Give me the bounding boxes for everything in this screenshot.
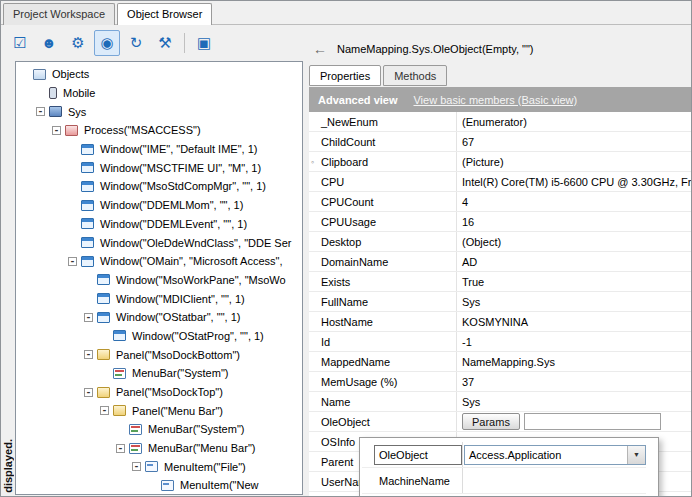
menuitem-icon (145, 461, 158, 472)
object-tree[interactable]: ObjectsMobile-Sys-Process("MSACCESS")Win… (15, 61, 303, 495)
property-name-label: Parent (321, 456, 353, 468)
tree-item[interactable]: MenuItem("New (16, 476, 302, 495)
property-name: DomainName (309, 252, 457, 271)
object-header: ← NameMapping.Sys.OleObject(Empty, "") (313, 41, 534, 57)
tree-item[interactable]: Window("DDEMLMom", "", 1) (16, 196, 302, 215)
expander-minus-icon[interactable]: - (52, 126, 61, 135)
property-row[interactable]: CPUCount4 (309, 192, 691, 212)
popup-row[interactable]: MachineName (362, 468, 646, 494)
property-name: FullName (309, 292, 457, 311)
expander-minus-icon[interactable]: - (68, 257, 77, 266)
property-value: Params (457, 412, 691, 431)
property-row[interactable]: MappedNameNameMapping.Sys (309, 352, 691, 372)
view-mode-title: Advanced view (318, 94, 397, 106)
property-row[interactable]: FullNameSys (309, 292, 691, 312)
tree-item-label: Panel("MsoDockBottom") (114, 349, 240, 361)
property-row[interactable]: CPUUsage16 (309, 212, 691, 232)
expander-minus-icon[interactable]: - (100, 406, 109, 415)
tools-icon[interactable]: ⚒ (152, 30, 178, 56)
panel-view-icon[interactable]: ▣ (191, 30, 217, 56)
toolbar: ☑☻⚙◉↻⚒▣ (3, 27, 221, 58)
tree-item[interactable]: Window("IME", "Default IME", 1) (16, 140, 302, 159)
tree-item-label: Sys (66, 106, 86, 118)
value-combobox[interactable]: Access.Application▼ (464, 445, 646, 465)
expander-minus-icon[interactable]: - (116, 444, 125, 453)
checked-window-icon[interactable]: ☑ (7, 30, 33, 56)
basic-view-link[interactable]: View basic members (Basic view) (413, 94, 577, 106)
expander-minus-icon[interactable]: - (84, 313, 93, 322)
expander-minus-icon[interactable]: - (84, 388, 93, 397)
gear-icon[interactable]: ⚙ (65, 30, 91, 56)
tree-item[interactable]: Mobile (16, 84, 302, 103)
window-icon (81, 144, 94, 155)
property-value: 37 (457, 372, 691, 391)
params-button[interactable]: Params (462, 413, 520, 430)
dropdown-arrow-icon[interactable]: ▼ (627, 446, 645, 464)
back-icon[interactable]: ← (313, 41, 327, 57)
property-row[interactable]: OleObjectParams (309, 412, 691, 432)
tree-item[interactable]: Window("MsoWorkPane", "MsoWo (16, 271, 302, 290)
property-name-label: CPUCount (321, 196, 374, 208)
tree-item[interactable]: Window("DDEMLEvent", "", 1) (16, 215, 302, 234)
value-editor[interactable] (524, 413, 661, 430)
highlight-object-icon[interactable]: ◉ (94, 30, 120, 56)
tab-project-workspace[interactable]: Project Workspace (3, 3, 115, 25)
tree-item-label: Window("OStatProg", "", 1) (130, 330, 264, 342)
tree-item[interactable]: -Process("MSACCESS") (16, 121, 302, 140)
property-name-label: HostName (321, 316, 373, 328)
tree-item[interactable]: -Panel("MsoDockTop") (16, 383, 302, 402)
panel-icon (97, 387, 110, 398)
tree-item[interactable]: -Panel("MsoDockBottom") (16, 345, 302, 364)
tree-item-label: Window("OStatbar", "", 1) (114, 311, 240, 323)
users-settings-icon[interactable]: ☻ (36, 30, 62, 56)
tree-item[interactable]: Window("MDIClient", "", 1) (16, 289, 302, 308)
property-row[interactable]: ExistsTrue (309, 272, 691, 292)
property-value: True (457, 272, 691, 291)
property-row[interactable]: NameSys (309, 392, 691, 412)
property-name: HostName (309, 312, 457, 331)
expander-minus-icon[interactable]: - (36, 107, 45, 116)
popup-row[interactable]: OleObjectAccess.Application▼ (362, 442, 646, 468)
mobile-icon (49, 87, 57, 99)
property-value: Sys (457, 292, 691, 311)
property-name-label: _NewEnum (321, 116, 378, 128)
expander-minus-icon[interactable]: - (84, 350, 93, 359)
tree-item[interactable]: Window("OleDdeWndClass", "DDE Ser (16, 233, 302, 252)
refresh-icon[interactable]: ↻ (123, 30, 149, 56)
property-value: 4 (457, 192, 691, 211)
property-row[interactable]: CPUIntel(R) Core(TM) i5-6600 CPU @ 3.30G… (309, 172, 691, 192)
tree-item[interactable]: MenuBar("System") (16, 364, 302, 383)
property-row[interactable]: DomainNameAD (309, 252, 691, 272)
tree-item[interactable]: Window("MSCTFIME UI", "M", 1) (16, 158, 302, 177)
property-name-label: Clipboard (321, 156, 368, 168)
tree-item[interactable]: Objects (16, 65, 302, 84)
tree-item[interactable]: MenuBar("System") (16, 420, 302, 439)
property-name: ChildCount (309, 132, 457, 151)
property-row[interactable]: ChildCount67 (309, 132, 691, 152)
property-row[interactable]: HostNameKOSMYNINA (309, 312, 691, 332)
tree-item[interactable]: -MenuItem("File") (16, 457, 302, 476)
tab-properties[interactable]: Properties (309, 65, 381, 86)
object-path-title: NameMapping.Sys.OleObject(Empty, "") (337, 43, 534, 55)
property-row[interactable]: ◦Clipboard(Picture) (309, 152, 691, 172)
property-name-label: MappedName (321, 356, 390, 368)
panel-icon (113, 405, 126, 416)
tree-item[interactable]: Window("MsoStdCompMgr", "", 1) (16, 177, 302, 196)
expander-minus-icon[interactable]: - (132, 462, 141, 471)
tree-item[interactable]: -Window("OStatbar", "", 1) (16, 308, 302, 327)
tree-item-label: Window("IME", "Default IME", 1) (98, 143, 257, 155)
tree-item[interactable]: -MenuBar("Menu Bar") (16, 439, 302, 458)
property-row[interactable]: MemUsage (%)37 (309, 372, 691, 392)
tree-item[interactable]: -Window("OMain", "Microsoft Access", (16, 252, 302, 271)
tree-item[interactable]: Window("OStatProg", "", 1) (16, 327, 302, 346)
tree-item-label: Panel("Menu Bar") (130, 405, 223, 417)
tab-object-browser[interactable]: Object Browser (117, 3, 212, 25)
tab-methods[interactable]: Methods (383, 65, 447, 86)
popup-param-value (462, 468, 646, 493)
property-row[interactable]: _NewEnum(Enumerator) (309, 112, 691, 132)
property-value: Intel(R) Core(TM) i5-6600 CPU @ 3.30GHz,… (457, 172, 691, 191)
property-row[interactable]: Id-1 (309, 332, 691, 352)
tree-item[interactable]: -Sys (16, 102, 302, 121)
tree-item[interactable]: -Panel("Menu Bar") (16, 401, 302, 420)
property-row[interactable]: Desktop(Object) (309, 232, 691, 252)
